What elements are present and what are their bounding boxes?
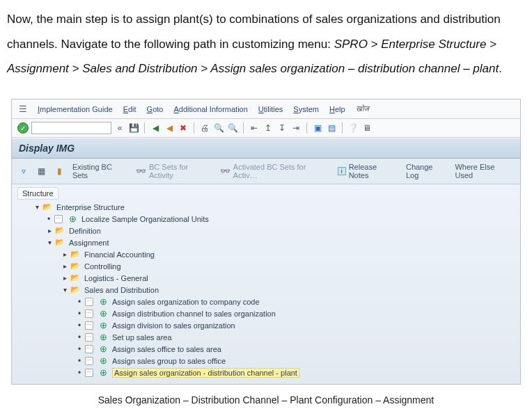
img-activity-icon[interactable] [84,309,94,319]
release-notes-button[interactable]: iRelease Notes [338,163,398,179]
folder-icon: 📂 [70,250,80,259]
tree-leaf[interactable]: • ⊕ Assign division to sales organizatio… [20,319,515,331]
attribute-icon[interactable]: ▮ [54,166,64,176]
menu-extra[interactable]: खोज [356,104,369,113]
execute-icon[interactable]: ⊕ [98,344,108,354]
back-icon[interactable]: « [114,122,125,134]
nav-cancel-icon[interactable]: ✖ [178,122,189,134]
next-page-icon[interactable]: ↧ [276,122,288,134]
collapse-icon[interactable]: ▾ [45,239,54,246]
execute-icon[interactable]: ⊕ [98,356,108,366]
execute-icon[interactable]: ⊕ [98,321,108,330]
bullet-icon: • [76,310,83,318]
menu-goto[interactable]: Goto [147,105,164,113]
node-label: Assign sales office to sales area [112,345,221,353]
execute-icon[interactable]: ⊕ [68,214,77,224]
ok-button[interactable]: ✓ [17,122,29,134]
find-icon[interactable]: 🔍 [213,122,224,134]
img-activity-icon[interactable] [84,321,94,330]
menubar: ☰ Implementation Guide Edit Goto Additio… [12,99,520,119]
tree-leaf[interactable]: • ⊕ Assign sales group to sales office [20,355,515,367]
node-label: Assignment [69,239,109,247]
tree-node-assignment[interactable]: ▾ 📂 Assignment [20,236,515,248]
execute-icon[interactable]: ⊕ [98,309,108,319]
save-icon[interactable]: 💾 [128,122,139,134]
menu-system[interactable]: System [293,105,319,113]
prev-page-icon[interactable]: ↥ [263,122,274,134]
print-icon[interactable]: 🖨 [199,122,210,134]
tree-node-controlling[interactable]: ▸ 📂 Controlling [20,260,515,272]
tree-leaf[interactable]: • ⊕ Assign sales organization to company… [20,296,515,307]
img-activity-icon[interactable] [84,332,94,342]
tree-node-localize[interactable]: • ⊕ Localize Sample Organizational Units [20,213,515,225]
figure-caption: Sales Organization – Distribution Channe… [0,385,532,409]
tree-leaf[interactable]: • ⊕ Set up sales area [20,331,515,343]
tree-leaf-selected[interactable]: • ⊕ Assign sales organization - distribu… [20,367,515,378]
activated-bc-sets-button[interactable]: 👓Activated BC Sets for Activ… [221,163,329,179]
menu-help[interactable]: Help [329,105,345,113]
bc-sets-activity-button[interactable]: 👓BC Sets for Activity [136,163,212,179]
tree-leaf[interactable]: • ⊕ Assign sales office to sales area [20,343,515,355]
img-activity-icon[interactable] [84,368,94,378]
toolbar-divider [342,122,343,134]
tree-leaf[interactable]: • ⊕ Assign distribution channel to sales… [20,307,515,319]
node-label: Definition [69,227,101,235]
node-label: Assign sales organization - distribution… [112,368,299,378]
tree-node-enterprise-structure[interactable]: ▾ 📂 Enterprise Structure [20,201,515,213]
help-icon[interactable]: ❔ [347,122,359,134]
nav-back-icon[interactable]: ◀ [150,122,161,134]
node-label: Controlling [84,262,121,271]
last-page-icon[interactable]: ⇥ [290,122,302,134]
tree-node-sales-and-distribution[interactable]: ▾ 📂 Sales and Distribution [20,284,515,296]
node-label: Set up sales area [112,333,172,342]
execute-icon[interactable]: ⊕ [98,297,108,307]
window-menu-icon[interactable]: ☰ [19,104,27,114]
node-label: Assign distribution channel to sales org… [112,310,276,318]
folder-icon: 📂 [70,285,80,295]
shortcut-icon[interactable]: ▤ [326,122,337,134]
execute-icon[interactable]: ⊕ [98,332,108,342]
menu-implementation-guide[interactable]: Implementation Guide [38,105,113,113]
node-label: Enterprise Structure [56,203,125,211]
menu-edit[interactable]: Edit [123,105,136,113]
collapse-icon[interactable]: ▾ [61,286,69,294]
node-label: Assign sales organization to company cod… [112,298,260,306]
sap-window: ☰ Implementation Guide Edit Goto Additio… [11,99,521,385]
img-activity-icon[interactable] [54,214,63,224]
bullet-icon: • [76,369,83,377]
bullet-icon: • [76,333,83,342]
nav-exit-icon[interactable]: ◀ [164,122,175,134]
change-log-button[interactable]: Change Log [406,163,447,179]
bullet-icon: • [76,357,83,365]
tree-node-financial-accounting[interactable]: ▸ 📂 Financial Accounting [20,248,515,260]
expand-icon[interactable]: ▸ [61,274,69,282]
existing-bc-sets-button[interactable]: Existing BC Sets [72,163,128,179]
execute-icon[interactable]: ⊕ [98,368,108,378]
menu-utilities[interactable]: Utilities [258,105,283,113]
img-activity-icon[interactable] [84,297,94,307]
collapse-icon[interactable]: ▾ [33,203,41,211]
intro-text: Now, the main step is to assign plant(s)… [0,0,532,99]
tree-node-logistics-general[interactable]: ▸ 📂 Logistics - General [20,272,515,284]
menu-additional-information[interactable]: Additional Information [173,105,247,113]
node-label: Financial Accounting [84,250,155,259]
expand-icon[interactable]: ▸ [61,250,69,258]
folder-icon: 📂 [55,226,65,236]
where-else-used-button[interactable]: Where Else Used [455,163,513,179]
first-page-icon[interactable]: ⇤ [249,122,260,134]
layout-icon[interactable]: 🖥 [361,122,373,134]
command-input[interactable] [31,122,111,134]
bullet-icon: • [76,345,83,353]
tree-node-definition[interactable]: ▸ 📂 Definition [20,225,515,236]
img-activity-icon[interactable] [84,344,94,354]
expand-icon[interactable]: ▸ [45,227,54,234]
expand-icon[interactable]: ▸ [61,262,69,270]
intro-period: . [499,62,502,75]
node-label: Assign sales group to sales office [112,357,226,365]
new-session-icon[interactable]: ▣ [312,122,323,134]
expand-icon[interactable]: ▿ [19,166,29,176]
img-activity-icon[interactable]: ▦ [37,166,47,176]
find-next-icon[interactable]: 🔍 [227,122,238,134]
img-activity-icon[interactable] [84,356,94,366]
bullet-icon: • [45,215,52,223]
